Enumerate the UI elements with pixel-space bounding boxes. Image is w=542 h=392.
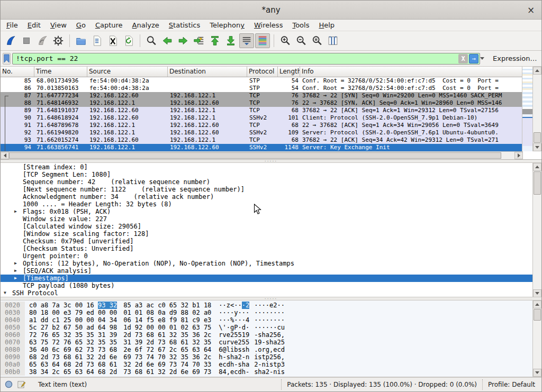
scrollbar-thumb[interactable] [9,152,501,159]
hex-row[interactable]: 00b0 38 34 2c 65 63 64 68 2d 73 68 61 32… [1,368,541,376]
hex-row[interactable]: 0030 80 18 00 e3 79 ed 00 00 01 01 08 0a… [1,309,541,316]
expander-icon[interactable] [14,297,23,297]
zoom-original-button[interactable] [310,33,324,48]
scroll-up-arrow[interactable] [533,163,541,171]
menu-item[interactable]: Tools [287,20,314,30]
scrollbar-thumb[interactable] [534,309,541,321]
expander-icon[interactable] [14,215,23,223]
detail-line[interactable]: Checksum: 0x79ed [unverified] [1,238,541,245]
intelligent-scrollbar-map[interactable] [522,67,532,151]
packet-list-vscrollbar[interactable] [532,67,541,151]
detail-line[interactable]: Sequence number: 42 (relative sequence n… [1,178,541,186]
zoom-in-button[interactable] [278,33,293,48]
expander-icon[interactable] [14,252,23,260]
column-header[interactable]: Source [87,67,168,77]
menu-item[interactable]: Wireless [249,20,287,30]
expander-icon[interactable] [14,171,23,178]
detail-line[interactable]: [Stream index: 0] [1,163,541,171]
column-header[interactable]: Info [300,67,523,77]
start-capture-button[interactable] [3,33,18,48]
expander-icon[interactable] [14,275,23,282]
expander-icon[interactable] [14,223,23,230]
detail-line[interactable]: Options: (12 bytes), No-Operation (NOP),… [1,260,541,267]
hex-row[interactable]: 0070 63 75 72 76 65 32 35 35 31 39 2d 73… [1,339,541,346]
stop-capture-button[interactable] [19,33,34,48]
scrollbar-track[interactable] [501,152,514,159]
zoom-out-button[interactable] [294,33,309,48]
go-back-button[interactable] [160,33,175,48]
detail-line[interactable]: Urgent pointer: 0 [1,252,541,260]
menu-item[interactable]: Help [314,20,339,30]
detail-line[interactable]: [Window size scaling factor: 128] [1,230,541,238]
detail-line[interactable]: Window size value: 227 [1,215,541,223]
scrollbar-thumb[interactable] [534,132,541,143]
detail-line[interactable]: SSH Protocol [1,289,541,297]
restart-capture-button[interactable] [35,33,50,48]
expander-icon[interactable] [14,186,23,193]
expander-icon[interactable] [14,267,23,275]
hex-row[interactable]: 00a0 65 63 64 68 2d 73 68 61 32 2d 6e 69… [1,361,541,368]
menu-item[interactable]: Capture [91,20,128,30]
expander-icon[interactable] [4,289,12,297]
scroll-down-arrow[interactable] [533,143,541,151]
go-first-packet-button[interactable] [207,33,222,48]
column-header[interactable]: Destination [168,67,247,77]
go-to-packet-button[interactable] [192,33,206,48]
go-forward-button[interactable] [176,33,191,48]
profile-selector[interactable]: Profile: Default [482,379,541,390]
menu-item[interactable]: Telephony [205,20,249,30]
packet-row[interactable]: 93 71.662015274 192.168.122.60 192.168.1… [1,136,523,144]
menu-item[interactable]: Go [71,20,91,30]
filter-apply-button[interactable]: → [469,54,478,63]
detail-line[interactable]: [Next sequence number: 1122 (relative se… [1,186,541,193]
packet-row[interactable]: 85 68.001734936 fe:54:00:d4:38:2a STP 54… [1,77,523,85]
packet-row[interactable]: 88 71.648146932 192.168.122.1 192.168.12… [1,99,523,107]
packet-row[interactable]: 91 71.648789678 192.168.122.1 192.168.12… [1,122,523,129]
expander-icon[interactable] [14,193,23,200]
packet-list-hscrollbar[interactable] [1,151,523,159]
capture-options-button[interactable] [51,33,66,48]
column-header[interactable]: Protocol [247,67,278,77]
scroll-up-arrow[interactable] [533,300,541,308]
scroll-left-arrow[interactable] [1,152,9,159]
expression-button[interactable]: Expression… [490,53,540,64]
expander-icon[interactable] [14,260,23,267]
hex-row[interactable]: 0020 c0 a8 7a 3c 00 16 93 32 85 a3 ac c0… [1,302,541,309]
menu-item[interactable]: Analyze [128,20,164,30]
resize-columns-button[interactable] [326,33,340,48]
expander-icon[interactable] [14,230,23,238]
scroll-down-arrow[interactable] [533,289,541,297]
packet-row[interactable]: 90 71.648618924 192.168.122.60 192.168.1… [1,114,523,122]
detail-line[interactable]: [Calculated window size: 29056] [1,223,541,230]
menu-item[interactable]: File [2,20,23,30]
expert-info-icon[interactable] [5,380,13,388]
scrollbar-thumb[interactable] [534,171,541,195]
colorize-toggle[interactable] [255,33,270,48]
hex-row[interactable]: 0050 5c 27 b2 67 50 ad 64 98 1d 92 00 00… [1,324,541,331]
menu-item[interactable]: Edit [23,20,46,30]
expander-icon[interactable] [14,282,23,289]
detail-line[interactable]: [Timestamps] [1,275,541,282]
detail-line[interactable]: [TCP Segment Len: 1080] [1,171,541,178]
expander-icon[interactable] [14,200,23,208]
auto-scroll-toggle[interactable] [239,33,254,48]
column-header[interactable]: Time [34,67,87,77]
detail-vscrollbar[interactable] [532,163,541,297]
display-filter-input[interactable]: !tcp.port == 22 X → [12,53,480,65]
hex-vscrollbar[interactable] [532,300,541,377]
expander-icon[interactable] [14,178,23,186]
detail-line[interactable]: Acknowledgment number: 34 (relative ack … [1,193,541,200]
detail-line[interactable]: SSH Version 2 (encryption:chacha20_poly1… [1,297,541,297]
filter-clear-button[interactable]: X [458,54,468,63]
detail-line[interactable]: [SEQ/ACK analysis] [1,267,541,275]
expander-icon[interactable] [14,208,23,215]
scroll-down-arrow[interactable] [533,369,541,377]
column-header[interactable]: No. [1,67,34,77]
close-file-button[interactable] [105,33,120,48]
packet-row[interactable]: 92 71.661949820 192.168.122.1 192.168.12… [1,129,523,136]
save-file-button[interactable] [89,33,104,48]
column-header[interactable]: Length [278,67,300,77]
detail-line[interactable]: [Checksum Status: Unverified] [1,245,541,252]
scroll-up-arrow[interactable] [533,67,541,75]
filter-bookmark-button[interactable] [3,53,11,65]
